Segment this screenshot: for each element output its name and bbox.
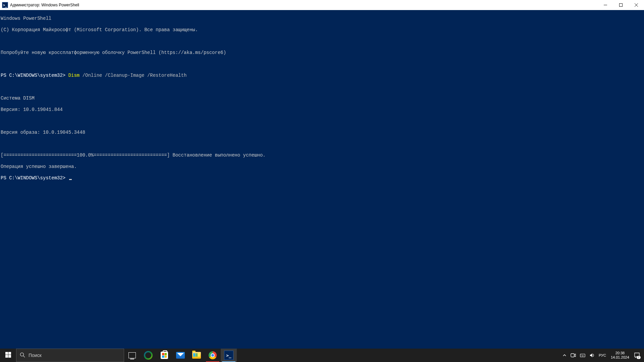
terminal-line: PS C:\WINDOWS\system32> Dism /Online /Cl… <box>1 73 643 78</box>
taskbar-app-mail[interactable] <box>172 349 189 362</box>
tray-date: 14.01.2024 <box>611 355 629 360</box>
svg-point-8 <box>20 353 24 356</box>
terminal-line <box>1 84 643 90</box>
svg-rect-5 <box>8 352 11 355</box>
svg-rect-1 <box>620 4 623 7</box>
close-button[interactable] <box>629 0 644 10</box>
powershell-window: >_ Администратор: Windows PowerShell Win… <box>0 0 644 352</box>
taskbar-app-edge[interactable] <box>140 349 156 362</box>
terminal-line <box>1 118 643 124</box>
svg-rect-12 <box>580 354 585 357</box>
terminal-line: [==========================100.0%=======… <box>1 153 643 158</box>
search-icon <box>20 352 25 359</box>
svg-rect-6 <box>5 355 8 358</box>
taskbar: Поиск >_ РУС 20:38 14.01.2024 <box>0 349 644 362</box>
svg-rect-4 <box>5 352 8 355</box>
svg-rect-7 <box>8 355 11 358</box>
terminal-line: PS C:\WINDOWS\system32> <box>1 175 643 181</box>
terminal-line: Версия: 10.0.19041.844 <box>1 107 643 113</box>
terminal-line: Версия образа: 10.0.19045.3448 <box>1 130 643 135</box>
search-placeholder: Поиск <box>29 353 42 358</box>
taskbar-app-store[interactable] <box>156 349 172 362</box>
tray-meet-now[interactable] <box>569 349 578 362</box>
taskbar-app-powershell[interactable]: >_ <box>221 349 237 362</box>
system-tray: РУС 20:38 14.01.2024 7 <box>560 349 644 362</box>
terminal-line: Операция успешно завершена. <box>1 164 643 170</box>
chrome-icon <box>209 351 217 359</box>
terminal-line: Windows PowerShell <box>1 16 643 21</box>
powershell-icon: >_ <box>2 2 8 8</box>
tray-time: 20:38 <box>615 351 625 355</box>
tray-clock[interactable]: 20:38 14.01.2024 <box>608 351 632 360</box>
taskbar-pinned-apps: >_ <box>140 349 237 362</box>
window-titlebar[interactable]: >_ Администратор: Windows PowerShell <box>0 0 644 10</box>
svg-line-9 <box>23 356 25 357</box>
minimize-button[interactable] <box>598 0 613 10</box>
terminal-line <box>1 61 643 67</box>
window-controls <box>598 0 644 10</box>
svg-marker-17 <box>590 353 592 357</box>
cursor-icon <box>69 179 72 180</box>
svg-rect-10 <box>571 354 574 357</box>
maximize-button[interactable] <box>613 0 629 10</box>
taskbar-search[interactable]: Поиск <box>16 349 124 362</box>
terminal-line: (C) Корпорация Майкрософт (Microsoft Cor… <box>1 27 643 33</box>
terminal-line: Попробуйте новую кроссплатформенную обол… <box>1 50 643 56</box>
powershell-taskbar-icon: >_ <box>224 351 233 360</box>
terminal-line <box>1 141 643 147</box>
taskbar-app-chrome[interactable] <box>205 349 221 362</box>
terminal-output[interactable]: Windows PowerShell (C) Корпорация Майкро… <box>0 10 644 352</box>
window-title: Администратор: Windows PowerShell <box>10 3 79 7</box>
task-view-button[interactable] <box>124 349 140 362</box>
terminal-line <box>1 39 643 44</box>
tray-overflow-button[interactable] <box>560 349 569 362</box>
terminal-line: Cистема DISM <box>1 96 643 101</box>
windows-logo-icon <box>5 352 11 359</box>
mail-icon <box>176 352 185 359</box>
microsoft-store-icon <box>161 352 168 359</box>
taskbar-app-explorer[interactable] <box>189 349 205 362</box>
task-view-icon <box>128 352 136 358</box>
tray-notifications[interactable]: 7 <box>632 349 642 362</box>
tray-volume[interactable] <box>587 349 597 362</box>
edge-icon <box>144 351 153 360</box>
tray-keyboard[interactable] <box>578 349 587 362</box>
start-button[interactable] <box>0 349 16 362</box>
svg-marker-11 <box>574 354 576 357</box>
tray-language[interactable]: РУС <box>597 349 608 362</box>
file-explorer-icon <box>192 352 201 359</box>
notification-badge: 7 <box>637 356 641 359</box>
notification-icon: 7 <box>634 352 640 358</box>
